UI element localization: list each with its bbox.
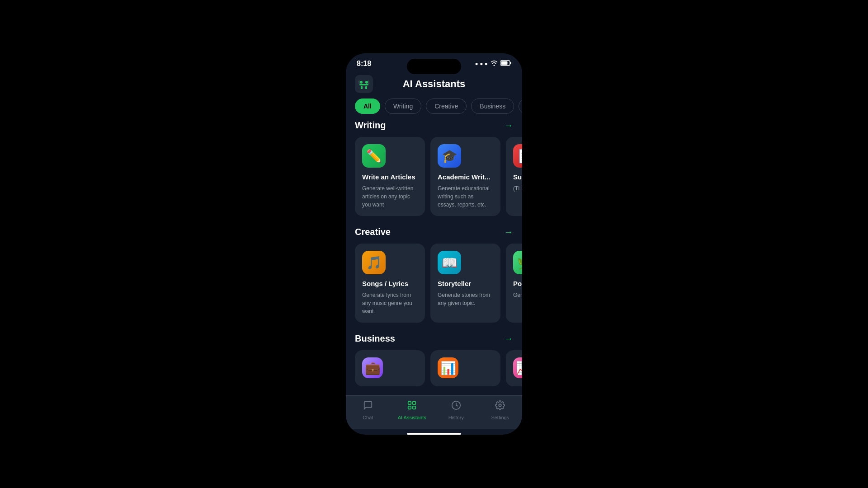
summary-title: Sum...	[513, 173, 522, 181]
wifi-icon	[491, 60, 498, 67]
nav-item-settings[interactable]: Settings	[478, 400, 523, 420]
svg-point-4	[360, 81, 363, 84]
nav-item-chat[interactable]: Chat	[346, 400, 390, 420]
battery-icon	[500, 60, 511, 67]
card-business-1[interactable]: 💼	[355, 350, 425, 386]
business-2-icon: 📊	[438, 357, 458, 378]
storyteller-icon: 📖	[438, 251, 461, 274]
status-icons: ● ● ●	[475, 60, 511, 67]
app-logo	[355, 75, 373, 93]
svg-rect-9	[359, 80, 360, 84]
svg-point-16	[499, 404, 502, 407]
creative-cards-row: 🎵 Songs / Lyrics Generate lyrics from an…	[355, 244, 513, 323]
writing-cards-row: ✏️ Write an Articles Generate well-writt…	[355, 137, 513, 216]
history-label: History	[448, 415, 464, 420]
business-section: Business → 💼 📊 📈	[355, 333, 513, 386]
filter-tab-social[interactable]: Social	[519, 99, 522, 114]
phone-container: 8:18 ● ● ●	[346, 53, 522, 435]
songs-lyrics-title: Songs / Lyrics	[362, 280, 418, 287]
creative-section-header: Creative →	[355, 227, 513, 237]
card-songs-lyrics[interactable]: 🎵 Songs / Lyrics Generate lyrics from an…	[355, 244, 425, 323]
page-title: AI Assistants	[378, 78, 490, 90]
settings-icon	[495, 400, 505, 413]
card-storyteller[interactable]: 📖 Storyteller Generate stories from any …	[430, 244, 500, 323]
header: AI Assistants	[346, 71, 522, 99]
card-summary[interactable]: 📄 Sum... (TL:...	[506, 137, 522, 216]
bottom-nav: Chat AI Assistants History	[346, 395, 522, 429]
signal-icon: ● ● ●	[475, 61, 488, 67]
svg-rect-6	[359, 84, 368, 85]
creative-section-arrow[interactable]: →	[504, 227, 513, 237]
business-section-arrow[interactable]: →	[504, 333, 513, 344]
business-section-header: Business →	[355, 333, 513, 344]
dynamic-island	[407, 59, 461, 74]
svg-rect-7	[361, 86, 363, 89]
card-academic-writing[interactable]: 🎓 Academic Writ... Generate educational …	[430, 137, 500, 216]
writing-section: Writing → ✏️ Write an Articles Generate …	[355, 120, 513, 216]
ai-assistants-label: AI Assistants	[398, 415, 426, 420]
filter-tab-business[interactable]: Business	[471, 99, 514, 114]
business-section-title: Business	[355, 333, 395, 344]
poetry-title: Poe...	[513, 280, 522, 287]
card-business-2[interactable]: 📊	[430, 350, 500, 386]
filter-tab-writing[interactable]: Writing	[385, 99, 421, 114]
filter-tab-all[interactable]: All	[355, 99, 380, 114]
home-indicator	[407, 433, 461, 435]
creative-section: Creative → 🎵 Songs / Lyrics Generate lyr…	[355, 227, 513, 323]
business-1-icon: 💼	[362, 357, 383, 378]
filter-tabs: All Writing Creative Business Social	[346, 99, 522, 120]
card-business-3[interactable]: 📈	[506, 350, 522, 386]
writing-section-header: Writing →	[355, 120, 513, 131]
status-time: 8:18	[357, 60, 371, 68]
svg-rect-8	[365, 86, 367, 89]
nav-item-ai-assistants[interactable]: AI Assistants	[390, 400, 434, 420]
storyteller-title: Storyteller	[438, 280, 493, 287]
history-icon	[451, 400, 461, 413]
academic-writing-desc: Generate educational writing such as ess…	[438, 184, 493, 209]
svg-rect-2	[501, 61, 508, 65]
songs-lyrics-desc: Generate lyrics from any music genre you…	[362, 291, 418, 315]
svg-point-5	[365, 81, 368, 84]
svg-rect-11	[408, 402, 411, 404]
summary-icon: 📄	[513, 144, 522, 168]
content-area: Writing → ✏️ Write an Articles Generate …	[346, 120, 522, 395]
svg-rect-14	[413, 406, 415, 409]
summary-desc: (TL:...	[513, 184, 522, 192]
write-articles-title: Write an Articles	[362, 173, 418, 181]
writing-section-title: Writing	[355, 120, 386, 131]
write-articles-icon: ✏️	[362, 144, 386, 168]
songs-lyrics-icon: 🎵	[362, 251, 386, 274]
academic-writing-icon: 🎓	[438, 144, 461, 168]
academic-writing-title: Academic Writ...	[438, 173, 493, 181]
card-poetry[interactable]: 🌿 Poe... Gene...	[506, 244, 522, 323]
svg-rect-13	[408, 406, 411, 409]
chat-label: Chat	[363, 415, 373, 420]
storyteller-desc: Generate stories from any given topic.	[438, 291, 493, 307]
business-cards-row: 💼 📊 📈	[355, 350, 513, 386]
poetry-icon: 🌿	[513, 251, 522, 274]
chat-icon	[363, 400, 373, 413]
settings-label: Settings	[491, 415, 509, 420]
ai-assistants-icon	[407, 400, 417, 413]
card-write-articles[interactable]: ✏️ Write an Articles Generate well-writt…	[355, 137, 425, 216]
nav-item-history[interactable]: History	[434, 400, 478, 420]
business-3-icon: 📈	[513, 357, 522, 378]
poetry-desc: Gene...	[513, 291, 522, 299]
svg-rect-12	[413, 402, 415, 404]
write-articles-desc: Generate well-written articles on any to…	[362, 184, 418, 209]
writing-section-arrow[interactable]: →	[504, 120, 513, 131]
creative-section-title: Creative	[355, 227, 391, 237]
filter-tab-creative[interactable]: Creative	[426, 99, 467, 114]
svg-rect-1	[510, 62, 511, 64]
svg-rect-10	[368, 80, 369, 84]
